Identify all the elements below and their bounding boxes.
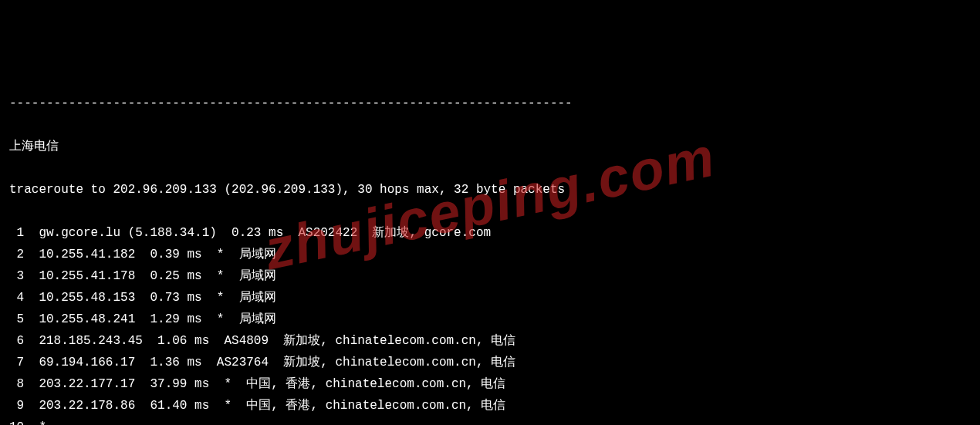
hop-details: 203.22.177.17 37.99 ms * 中国, 香港, chinate…: [24, 377, 505, 391]
hop-number: 4: [9, 287, 24, 309]
hop-details: 10.255.48.153 0.73 ms * 局域网: [24, 291, 275, 305]
hop-details: 10.255.41.182 0.39 ms * 局域网: [24, 248, 275, 261]
hop-number: 7: [9, 352, 24, 373]
hop-row: 5 10.255.48.241 1.29 ms * 局域网: [9, 309, 971, 330]
hop-number: 6: [9, 330, 24, 352]
hops-list: 1 gw.gcore.lu (5.188.34.1) 0.23 ms AS202…: [9, 222, 971, 425]
hop-details: 10.255.41.178 0.25 ms * 局域网: [24, 269, 275, 283]
hop-number: 9: [9, 395, 24, 417]
hop-number: 5: [9, 309, 24, 330]
hop-row: 10 *: [9, 417, 971, 425]
hop-row: 2 10.255.41.182 0.39 ms * 局域网: [9, 244, 971, 265]
hop-number: 8: [9, 373, 24, 395]
hop-row: 1 gw.gcore.lu (5.188.34.1) 0.23 ms AS202…: [9, 222, 971, 244]
hop-number: 1: [9, 222, 24, 244]
traceroute-header: traceroute to 202.96.209.133 (202.96.209…: [9, 179, 971, 201]
hop-details: 69.194.166.17 1.36 ms AS23764 新加坡, china…: [24, 356, 515, 369]
hop-details: 218.185.243.45 1.06 ms AS4809 新加坡, china…: [24, 334, 515, 348]
hop-number: 3: [9, 265, 24, 287]
hop-row: 9 203.22.178.86 61.40 ms * 中国, 香港, china…: [9, 395, 971, 417]
hop-details: 10.255.48.241 1.29 ms * 局域网: [24, 312, 275, 326]
divider-line: ----------------------------------------…: [9, 93, 971, 114]
title-line: 上海电信: [9, 136, 971, 157]
hop-details: 203.22.178.86 61.40 ms * 中国, 香港, chinate…: [24, 399, 505, 413]
hop-row: 7 69.194.166.17 1.36 ms AS23764 新加坡, chi…: [9, 352, 971, 373]
hop-row: 3 10.255.41.178 0.25 ms * 局域网: [9, 265, 971, 287]
hop-row: 8 203.22.177.17 37.99 ms * 中国, 香港, china…: [9, 373, 971, 395]
hop-number: 10: [9, 417, 24, 425]
hop-details: *: [24, 420, 46, 425]
hop-row: 4 10.255.48.153 0.73 ms * 局域网: [9, 287, 971, 309]
hop-number: 2: [9, 244, 24, 265]
hop-details: gw.gcore.lu (5.188.34.1) 0.23 ms AS20242…: [24, 226, 491, 240]
hop-row: 6 218.185.243.45 1.06 ms AS4809 新加坡, chi…: [9, 330, 971, 352]
